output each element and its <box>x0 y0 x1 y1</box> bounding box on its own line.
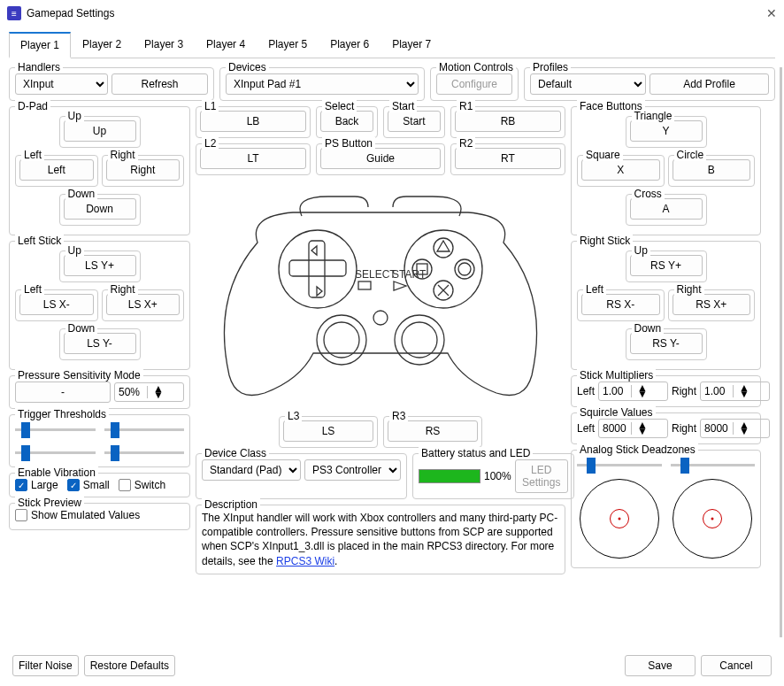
circle-button[interactable]: B <box>673 159 751 181</box>
svg-marker-3 <box>311 246 317 255</box>
dpad-right-button[interactable]: Right <box>106 159 181 181</box>
window-title: Gamepad Settings <box>27 7 766 19</box>
restore-defaults-button[interactable]: Restore Defaults <box>84 655 175 676</box>
refresh-button[interactable]: Refresh <box>111 73 208 95</box>
triangle-label: Triangle <box>632 110 675 122</box>
svg-marker-20 <box>394 281 406 290</box>
svg-rect-2 <box>289 260 346 276</box>
profiles-select[interactable]: Default <box>530 73 646 95</box>
motion-configure-button[interactable]: Configure <box>436 73 512 95</box>
rs-down-button[interactable]: RS Y- <box>630 333 703 354</box>
rs-up-button[interactable]: RS Y+ <box>630 255 703 276</box>
led-settings-button[interactable]: LED Settings <box>515 459 568 493</box>
trigger-right-slider-2[interactable] <box>104 443 185 461</box>
r2-button[interactable]: RT <box>455 148 561 169</box>
wiki-link[interactable]: RPCS3 Wiki <box>276 555 334 567</box>
rs-right-label: Right <box>674 283 704 296</box>
deviceclass-b-select[interactable]: PS3 Controller <box>304 459 401 481</box>
pressure-spin[interactable]: 50%▲▼ <box>114 382 184 402</box>
ls-up-button[interactable]: LS Y+ <box>64 255 136 276</box>
tab-player-2[interactable]: Player 2 <box>71 32 133 58</box>
dz-left-slider[interactable] <box>577 456 662 474</box>
middle-column: L1LB L2LT SelectBack StartStart PS Butto… <box>196 106 565 574</box>
rs-down-label: Down <box>632 322 665 335</box>
ls-right-button[interactable]: LS X+ <box>106 294 181 315</box>
tab-player-4[interactable]: Player 4 <box>195 32 257 58</box>
trigger-left-slider-2[interactable] <box>15 443 96 461</box>
pressure-key-button[interactable]: - <box>15 382 111 403</box>
ls-left-button[interactable]: LS X- <box>19 294 94 315</box>
battery-pct: 100% <box>484 470 511 482</box>
stickmult-right-spin[interactable]: 1.00▲▼ <box>700 382 770 401</box>
cross-label: Cross <box>632 188 665 200</box>
squircle-group: Squircle Values Left 8000▲▼ Right 8000▲▼ <box>571 412 761 444</box>
vibration-switch-check[interactable]: Switch <box>119 479 165 491</box>
dpad-down-button[interactable]: Down <box>64 198 136 220</box>
dpad-right-label: Right <box>108 149 138 161</box>
squircle-right-spin[interactable]: 8000▲▼ <box>700 419 770 438</box>
squircle-right-label: Right <box>672 422 696 435</box>
start-button[interactable]: Start <box>388 111 441 132</box>
ls-down-button[interactable]: LS Y- <box>64 333 136 354</box>
l3-button[interactable]: LS <box>283 420 373 442</box>
dpad-group: D-Pad Up Up Left Left Right Right Down D… <box>9 106 190 235</box>
r3-button[interactable]: RS <box>388 420 478 442</box>
l1-button[interactable]: LB <box>200 111 306 132</box>
squircle-left-spin[interactable]: 8000▲▼ <box>598 419 668 438</box>
show-emulated-check[interactable]: Show Emulated Values <box>15 509 140 521</box>
devices-group: Devices XInput Pad #1 <box>219 67 425 101</box>
pressure-title: Pressure Sensitivity Mode <box>15 369 143 382</box>
save-button[interactable]: Save <box>625 655 696 676</box>
rs-right-button[interactable]: RS X+ <box>673 294 751 315</box>
square-label: Square <box>583 149 623 161</box>
r3-label: R3 <box>389 410 408 422</box>
svg-text:START: START <box>392 268 427 281</box>
filter-noise-button[interactable]: Filter Noise <box>12 655 79 676</box>
trigger-right-slider[interactable] <box>104 420 185 438</box>
tab-player-3[interactable]: Player 3 <box>133 32 195 58</box>
ls-down-label: Down <box>65 322 98 335</box>
battery-title: Battery status and LED <box>419 447 533 459</box>
deviceclass-a-select[interactable]: Standard (Pad) <box>202 459 301 481</box>
rs-left-button[interactable]: RS X- <box>581 294 660 315</box>
select-button[interactable]: Back <box>320 111 373 132</box>
close-icon[interactable]: ✕ <box>766 6 777 20</box>
dpad-down-label: Down <box>65 188 98 200</box>
tab-player-5[interactable]: Player 5 <box>257 32 319 58</box>
squircle-left-label: Left <box>577 422 595 435</box>
vibration-small-check[interactable]: ✓Small <box>67 479 110 491</box>
square-button[interactable]: X <box>581 159 660 181</box>
triangle-button[interactable]: Y <box>630 120 703 142</box>
scrollbar[interactable] <box>780 67 782 637</box>
svg-text:SELECT: SELECT <box>355 268 396 281</box>
ps-label: PS Button <box>322 137 375 150</box>
stickmult-right-label: Right <box>672 385 696 397</box>
deadzones-title: Analog Stick Deadzones <box>577 443 698 456</box>
trigger-left-slider[interactable] <box>15 420 96 438</box>
handlers-select[interactable]: XInput <box>15 73 108 95</box>
stickmult-left-spin[interactable]: 1.00▲▼ <box>598 382 668 401</box>
dpad-up-label: Up <box>65 110 84 122</box>
stickmult-title: Stick Multipliers <box>577 369 656 382</box>
add-profile-button[interactable]: Add Profile <box>649 73 769 95</box>
dz-right-slider[interactable] <box>671 456 756 474</box>
ps-button[interactable]: Guide <box>320 148 441 169</box>
dpad-left-button[interactable]: Left <box>19 159 94 181</box>
tab-player-1[interactable]: Player 1 <box>9 32 71 58</box>
vibration-large-check[interactable]: ✓Large <box>15 479 58 491</box>
tab-player-6[interactable]: Player 6 <box>319 32 380 58</box>
l2-button[interactable]: LT <box>200 148 306 169</box>
svg-point-16 <box>373 311 388 325</box>
cross-button[interactable]: A <box>630 198 703 220</box>
squircle-title: Squircle Values <box>577 406 656 419</box>
battery-bar <box>419 469 480 483</box>
dpad-title: D-Pad <box>15 100 50 112</box>
r1-button[interactable]: RB <box>455 111 561 132</box>
profiles-label: Profiles <box>530 61 571 73</box>
tab-player-7[interactable]: Player 7 <box>380 32 442 58</box>
dpad-up-button[interactable]: Up <box>64 120 136 142</box>
cancel-button[interactable]: Cancel <box>701 655 772 676</box>
right-column: Face Buttons TriangleY SquareX CircleB C… <box>571 106 761 574</box>
stickpreview-title: Stick Preview <box>15 497 84 509</box>
devices-select[interactable]: XInput Pad #1 <box>226 73 419 95</box>
